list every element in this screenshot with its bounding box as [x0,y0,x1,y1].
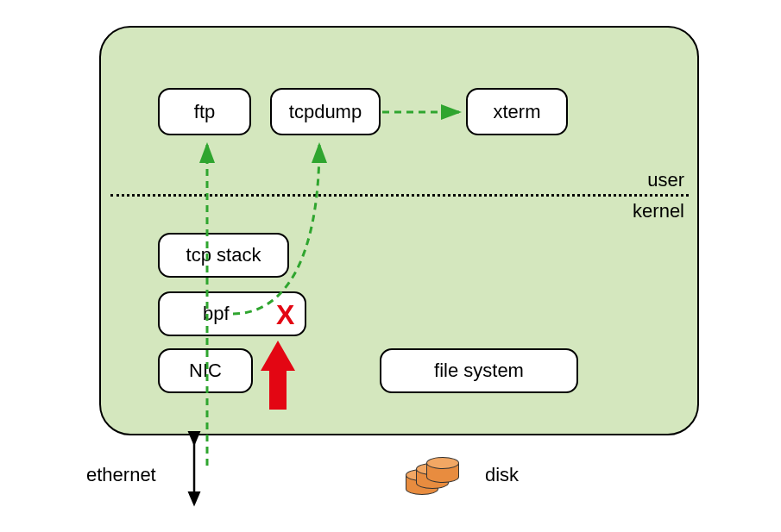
node-tcp-stack: tcp stack [158,233,289,278]
node-file-system-label: file system [434,360,524,382]
node-ftp: ftp [158,88,251,135]
node-tcp-stack-label: tcp stack [186,244,261,266]
node-xterm-label: xterm [494,101,541,123]
node-tcpdump: tcpdump [270,88,381,135]
node-nic: NIC [158,348,253,393]
user-kernel-divider [110,194,689,197]
node-xterm: xterm [466,88,568,135]
node-tcpdump-label: tcpdump [289,101,362,123]
label-ethernet: ethernet [86,464,156,486]
label-user: user [647,169,684,191]
node-nic-label: NIC [189,360,222,382]
diagram-canvas: ftp tcpdump xterm user kernel tcp stack … [0,0,781,532]
label-kernel: kernel [633,200,684,222]
disk-icon [406,457,457,496]
node-bpf-label: bpf [203,303,230,325]
label-disk: disk [485,464,519,486]
node-file-system: file system [380,348,578,393]
node-ftp-label: ftp [194,101,215,123]
reject-x-icon: X [276,299,294,331]
